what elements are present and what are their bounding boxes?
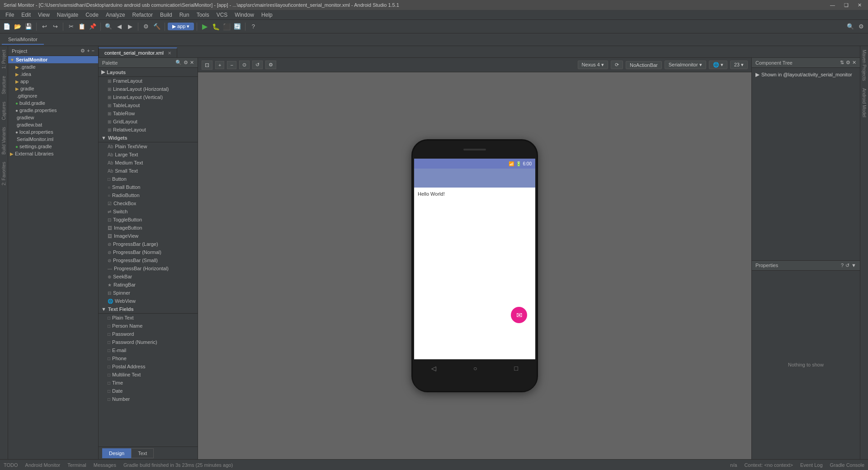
status-event-log[interactable]: Event Log bbox=[800, 462, 823, 468]
toolbar-build1[interactable]: ⚙ bbox=[141, 22, 151, 32]
vtab-structure[interactable]: Structure bbox=[0, 72, 7, 98]
phone-fab-button[interactable]: ✉ bbox=[511, 307, 527, 323]
lang-selector[interactable]: 🌐 ▾ bbox=[709, 61, 727, 69]
zoom-reset-button[interactable]: ⊙ bbox=[239, 61, 250, 69]
palette-framelayout[interactable]: ⊞FrameLayout bbox=[99, 77, 198, 85]
props-filter-icon[interactable]: ▼ bbox=[851, 263, 856, 268]
toolbar-search-all[interactable]: 🔍 bbox=[845, 22, 855, 32]
minimize-button[interactable]: — bbox=[827, 2, 838, 8]
palette-settings-icon[interactable]: ⚙ bbox=[184, 60, 188, 66]
palette-switch[interactable]: ⇌Switch bbox=[99, 207, 198, 216]
tree-item-localprop[interactable]: ● local.properties bbox=[8, 128, 98, 136]
toolbar-stop[interactable]: ⬛ bbox=[222, 22, 231, 32]
palette-password-numeric[interactable]: □Password (Numeric) bbox=[99, 338, 198, 346]
comp-tree-sort-icon[interactable]: ⇅ bbox=[840, 60, 844, 66]
toolbar-undo[interactable]: ↩ bbox=[39, 22, 49, 32]
vtab-build-variants[interactable]: Build Variants bbox=[0, 123, 7, 158]
palette-togglebutton[interactable]: ⊡ToggleButton bbox=[99, 216, 198, 224]
zoom-refresh-button[interactable]: ↺ bbox=[252, 61, 263, 69]
maximize-button[interactable]: ❑ bbox=[841, 2, 851, 8]
serialmonitor-tab[interactable]: SerialMonitor bbox=[2, 35, 44, 45]
status-messages[interactable]: Messages bbox=[94, 462, 116, 468]
zoom-in-button[interactable]: + bbox=[215, 61, 224, 69]
design-tab-text[interactable]: Text bbox=[131, 448, 154, 458]
palette-mediumtext[interactable]: AbMedium Text bbox=[99, 159, 198, 167]
palette-widgets-category[interactable]: ▼ Widgets bbox=[99, 134, 198, 142]
design-tab-design[interactable]: Design bbox=[102, 448, 131, 458]
toolbar-copy[interactable]: 📋 bbox=[77, 22, 87, 32]
palette-multiline[interactable]: □Multiline Text bbox=[99, 371, 198, 379]
palette-radiobutton[interactable]: ○RadioButton bbox=[99, 191, 198, 199]
tree-item-idea[interactable]: ▶ .idea bbox=[8, 70, 98, 78]
palette-imageview[interactable]: 🖼ImageView bbox=[99, 232, 198, 240]
menu-view[interactable]: View bbox=[34, 11, 53, 19]
palette-search-icon[interactable]: 🔍 bbox=[175, 60, 182, 66]
tree-item-extlibs[interactable]: ▶ External Libraries bbox=[8, 150, 98, 157]
toolbar-debug[interactable]: 🐛 bbox=[211, 22, 221, 32]
project-settings-icon[interactable]: ⚙ bbox=[80, 48, 85, 54]
vtab-captures[interactable]: Captures bbox=[0, 98, 7, 124]
palette-linearlayout-v[interactable]: ⊞LinearLayout (Vertical) bbox=[99, 93, 198, 101]
palette-personname[interactable]: □Person Name bbox=[99, 322, 198, 330]
tree-item-serialmonitor[interactable]: ▼ SerialMonitor bbox=[8, 56, 98, 63]
api-selector[interactable]: 23 ▾ bbox=[730, 61, 748, 69]
project-plus-icon[interactable]: + bbox=[87, 48, 90, 54]
toolbar-save[interactable]: 💾 bbox=[24, 22, 33, 32]
palette-gridlayout[interactable]: ⊞GridLayout bbox=[99, 118, 198, 126]
component-tree-item[interactable]: ▶ Shown in @layout/activity_serial_monit… bbox=[754, 70, 858, 80]
props-help-icon[interactable]: ? bbox=[841, 263, 844, 268]
tree-item-gradlewbat[interactable]: gradlew.bat bbox=[8, 121, 98, 128]
toolbar-cut[interactable]: ✂ bbox=[66, 22, 76, 32]
tree-item-gradleprop[interactable]: ● gradle.properties bbox=[8, 107, 98, 114]
palette-number[interactable]: □Number bbox=[99, 395, 198, 403]
status-todo[interactable]: TODO bbox=[4, 462, 18, 468]
toolbar-settings[interactable]: ⚙ bbox=[856, 22, 866, 32]
palette-spinner[interactable]: ⊟Spinner bbox=[99, 289, 198, 297]
menu-file[interactable]: File bbox=[2, 11, 18, 19]
palette-progressbar-small[interactable]: ⊘ProgressBar (Small) bbox=[99, 256, 198, 264]
rvtab-maven[interactable]: Maven Projects bbox=[861, 46, 868, 85]
palette-email[interactable]: □E-mail bbox=[99, 346, 198, 354]
palette-button[interactable]: □Button bbox=[99, 175, 198, 183]
palette-tablerow[interactable]: ⊞TableRow bbox=[99, 109, 198, 118]
palette-linearlayout-h[interactable]: ⊞LinearLayout (Horizontal) bbox=[99, 85, 198, 93]
palette-plaintext[interactable]: □Plain Text bbox=[99, 314, 198, 322]
menu-window[interactable]: Window bbox=[231, 11, 258, 19]
toolbar-open[interactable]: 📂 bbox=[13, 22, 23, 32]
app-selector[interactable]: Serialmonitor ▾ bbox=[665, 61, 706, 69]
menu-run[interactable]: Run bbox=[176, 11, 193, 19]
zoom-out-button[interactable]: − bbox=[227, 61, 236, 69]
palette-largetext[interactable]: AbLarge Text bbox=[99, 150, 198, 159]
toolbar-redo[interactable]: ↪ bbox=[50, 22, 60, 32]
menu-vcs[interactable]: VCS bbox=[213, 11, 231, 19]
tree-item-gradlew[interactable]: gradlew bbox=[8, 114, 98, 121]
palette-tablelayout[interactable]: ⊞TableLayout bbox=[99, 101, 198, 109]
toolbar-forward[interactable]: ▶ bbox=[125, 22, 135, 32]
menu-navigate[interactable]: Navigate bbox=[53, 11, 82, 19]
tree-item-settingsgradle[interactable]: ● settings.gradle bbox=[8, 143, 98, 150]
palette-imagebutton[interactable]: 🖼ImageButton bbox=[99, 224, 198, 232]
phone-back-button[interactable]: ◁ bbox=[431, 365, 436, 372]
close-button[interactable]: ✕ bbox=[855, 2, 864, 8]
palette-webview[interactable]: 🌐WebView bbox=[99, 297, 198, 305]
comp-tree-close-icon[interactable]: ✕ bbox=[852, 60, 856, 66]
toolbar-help[interactable]: ? bbox=[248, 22, 258, 32]
zoom-fit-icon[interactable]: ⊡ bbox=[202, 61, 212, 70]
palette-ratingbar[interactable]: ★RatingBar bbox=[99, 281, 198, 289]
palette-smallbutton[interactable]: ○Small Button bbox=[99, 183, 198, 191]
palette-plaintextview[interactable]: AbPlain TextView bbox=[99, 142, 198, 150]
menu-help[interactable]: Help bbox=[258, 11, 276, 19]
tree-item-app[interactable]: ▶ app bbox=[8, 78, 98, 85]
editor-tab-xml[interactable]: content_serial_monitor.xml ✕ bbox=[99, 47, 177, 57]
menu-refactor[interactable]: Refactor bbox=[129, 11, 156, 19]
menu-tools[interactable]: Tools bbox=[193, 11, 213, 19]
rvtab-android-model[interactable]: Android Model bbox=[861, 85, 868, 121]
orientation-button[interactable]: ⟳ bbox=[611, 61, 623, 69]
palette-close-icon[interactable]: ✕ bbox=[190, 60, 194, 66]
palette-checkbox[interactable]: ☑CheckBox bbox=[99, 199, 198, 207]
props-refresh-icon[interactable]: ↺ bbox=[845, 263, 849, 268]
vtab-favorites[interactable]: 2: Favorites bbox=[0, 158, 7, 189]
palette-relativelayout[interactable]: ⊞RelativeLayout bbox=[99, 126, 198, 134]
palette-progressbar-normal[interactable]: ⊘ProgressBar (Normal) bbox=[99, 248, 198, 256]
palette-date[interactable]: □Date bbox=[99, 387, 198, 395]
